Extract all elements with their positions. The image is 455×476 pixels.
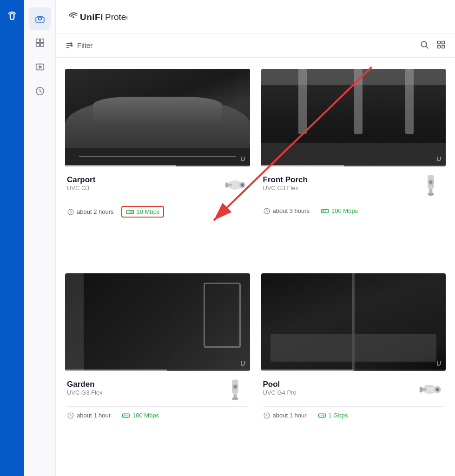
toolbar: Filter <box>56 33 455 58</box>
unifi-logo-icon: U <box>5 9 20 24</box>
camera-thumbnail-frontporch: U <box>261 69 446 166</box>
camera-thumbnail-garden: U <box>65 273 250 371</box>
garden-uptime: about 1 hour <box>67 412 111 419</box>
camera-card-frontporch[interactable]: U Front Porch UVC G3 Flex <box>261 69 446 262</box>
camera-card-pool[interactable]: U Pool UVC G4 Pro <box>261 273 446 465</box>
pool-bandwidth-label: 1 Gbps <box>329 412 348 419</box>
camera-grid: U Carport UVC G3 <box>56 58 455 476</box>
nav-logo[interactable]: U <box>0 0 24 33</box>
pool-object <box>270 334 437 362</box>
pool-camera-icon <box>418 377 444 403</box>
frontporch-name-label: Front Porch <box>263 175 308 185</box>
bandwidth-icon-garden <box>122 412 130 419</box>
thumbnail-progress-bar <box>65 165 176 166</box>
svg-point-16 <box>71 43 72 44</box>
porch-ceiling <box>261 69 446 85</box>
sidebar-item-cameras[interactable] <box>29 7 51 30</box>
svg-text:UniFi: UniFi <box>80 12 103 22</box>
camera-header-frontporch: Front Porch UVC G3 Flex <box>263 172 444 198</box>
sidebar-item-recordings[interactable] <box>29 56 51 78</box>
thumbnail-progress <box>261 165 446 166</box>
pool-stats: about 1 hour 1 Gbps <box>263 410 444 420</box>
filter-button[interactable]: Filter <box>65 41 92 50</box>
bandwidth-icon-frontporch <box>321 208 329 214</box>
svg-point-18 <box>421 41 427 47</box>
svg-rect-31 <box>225 182 228 187</box>
frontporch-divider <box>263 202 444 202</box>
carport-name-label: Carport <box>67 175 95 185</box>
carport-uptime-label: about 2 hours <box>77 208 114 215</box>
camera-card-carport[interactable]: U Carport UVC G3 <box>65 69 250 262</box>
grid-view-icon <box>436 40 446 49</box>
uvc-g3flex-icon-frontporch <box>422 171 439 199</box>
thumbnail-progress <box>65 165 250 166</box>
grid-view-button[interactable] <box>436 40 446 51</box>
uptime-icon <box>263 207 270 215</box>
svg-rect-4 <box>40 39 43 42</box>
frontporch-stats: about 3 hours 100 Mbps <box>263 206 444 216</box>
svg-point-42 <box>430 181 431 183</box>
svg-point-17 <box>71 45 73 46</box>
garden-bandwidth-label: 100 Mbps <box>132 412 159 419</box>
garden-name-label: Garden <box>67 380 103 389</box>
svg-rect-7 <box>36 64 44 70</box>
camera-name-frontporch: Front Porch UVC G3 Flex <box>263 175 308 195</box>
carport-bandwidth-label: 10 Mbps <box>137 208 160 215</box>
svg-point-68 <box>436 389 438 390</box>
car-roof <box>93 97 222 125</box>
svg-rect-22 <box>438 45 441 48</box>
carport-uptime: about 2 hours <box>67 208 114 216</box>
frontporch-camera-icon <box>418 172 444 198</box>
uvc-g4pro-icon <box>418 378 444 401</box>
camera-thumbnail-carport: U <box>65 69 250 166</box>
filter-label: Filter <box>77 41 92 49</box>
sidebar-item-history[interactable] <box>29 80 51 102</box>
svg-point-10 <box>73 16 74 18</box>
sidebar-item-liveview[interactable] <box>29 32 51 54</box>
svg-marker-8 <box>39 66 42 68</box>
camera-icon <box>35 13 45 24</box>
thumbnail-progress-bar <box>261 165 344 166</box>
main-content: UniFi Protect Filter <box>56 0 455 476</box>
nav-strip: U <box>0 0 24 476</box>
frontporch-model-label: UVC G3 Flex <box>263 185 308 192</box>
camera-name-pool: Pool UVC G4 Pro <box>263 380 297 400</box>
pool-model-label: UVC G4 Pro <box>263 389 297 396</box>
camera-name-garden: Garden UVC G3 Flex <box>67 380 103 400</box>
thumbnail-progress-bar <box>65 370 167 371</box>
carport-bandwidth: 10 Mbps <box>121 206 165 218</box>
camera-header-carport: Carport UVC G3 <box>67 172 248 198</box>
camera-info-garden: Garden UVC G3 Flex <box>65 371 250 424</box>
svg-rect-5 <box>36 43 39 46</box>
bandwidth-icon-pool <box>318 412 326 419</box>
camera-info-pool: Pool UVC G4 Pro <box>261 371 446 424</box>
svg-point-55 <box>234 386 236 387</box>
thumbnail-watermark: U <box>240 155 245 163</box>
carport-divider <box>67 202 248 202</box>
carport-model-label: UVC G3 <box>67 185 95 192</box>
unifi-protect-wordmark: UniFi Protect <box>67 8 127 25</box>
svg-line-19 <box>426 46 429 48</box>
frontporch-bandwidth-label: 100 Mbps <box>331 207 358 214</box>
camera-header-pool: Pool UVC G4 Pro <box>263 377 444 403</box>
thumbnail-progress <box>65 370 250 371</box>
camera-info-carport: Carport UVC G3 <box>65 166 250 221</box>
thumbnail-watermark: U <box>436 155 441 163</box>
porch-ground <box>261 143 446 166</box>
svg-rect-70 <box>420 387 422 392</box>
svg-rect-21 <box>442 41 445 44</box>
thumbnail-watermark: U <box>436 360 441 367</box>
thumbnail-watermark: U <box>240 360 245 367</box>
svg-point-44 <box>428 192 434 196</box>
frontporch-uptime: about 3 hours <box>263 207 310 215</box>
garden-bandwidth: 100 Mbps <box>118 410 163 420</box>
thumbnail-progress <box>261 370 446 371</box>
camera-header-garden: Garden UVC G3 Flex <box>67 377 248 403</box>
svg-rect-23 <box>442 45 445 48</box>
search-icon <box>420 40 429 49</box>
history-icon <box>35 86 45 96</box>
garden-uptime-label: about 1 hour <box>77 412 111 419</box>
uvc-g3-icon <box>222 173 248 197</box>
camera-card-garden[interactable]: U Garden UVC G3 Flex <box>65 273 250 465</box>
search-button[interactable] <box>420 40 429 51</box>
